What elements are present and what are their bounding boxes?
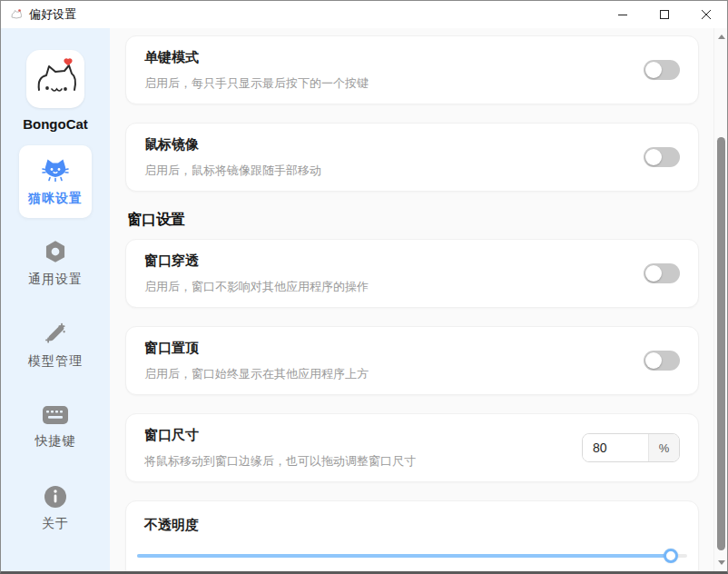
toggle-knob (645, 62, 662, 78)
triangle-down-icon (718, 560, 725, 565)
sidebar-item-about[interactable]: 关于 (19, 472, 92, 545)
window-click-through-toggle[interactable] (644, 263, 680, 283)
app-cat-icon (9, 7, 24, 22)
setting-description: 启用后，鼠标将镜像跟随手部移动 (144, 163, 629, 179)
opacity-slider-handle[interactable] (664, 549, 678, 563)
sidebar-item-general-settings[interactable]: 通用设置 (19, 227, 92, 300)
sidebar-item-cat-settings[interactable]: 猫咪设置 (19, 145, 92, 218)
setting-title: 鼠标镜像 (144, 135, 629, 153)
setting-card-window-click-through: 窗口穿透 启用后，窗口不影响对其他应用程序的操作 (125, 239, 699, 308)
window-size-input-group: % (582, 433, 680, 462)
opacity-slider-fill (137, 554, 671, 558)
info-icon (44, 485, 67, 509)
triangle-up-icon (718, 35, 725, 39)
gear-icon (43, 239, 68, 264)
bongocat-logo-icon (32, 55, 79, 103)
section-title-window-settings: 窗口设置 (127, 210, 699, 230)
sidebar-item-label: 模型管理 (28, 353, 83, 370)
scroll-down-arrow[interactable] (714, 556, 728, 569)
single-key-mode-toggle[interactable] (644, 60, 680, 80)
setting-card-opacity: 不透明度 (125, 500, 699, 571)
setting-card-window-size: 窗口尺寸 将鼠标移动到窗口边缘后，也可以拖动调整窗口尺寸 % (125, 413, 699, 482)
sidebar-item-model-management[interactable]: 模型管理 (19, 309, 92, 381)
setting-description: 启用后，窗口始终显示在其他应用程序上方 (144, 366, 629, 382)
setting-title: 窗口穿透 (144, 252, 629, 270)
setting-title: 单键模式 (144, 48, 629, 66)
toggle-knob (645, 265, 662, 282)
sidebar-item-label: 通用设置 (28, 272, 83, 288)
setting-title: 窗口置顶 (144, 339, 629, 357)
sidebar-item-label: 猫咪设置 (28, 191, 83, 207)
keyboard-icon (42, 404, 69, 426)
opacity-slider[interactable] (137, 549, 687, 563)
setting-description: 启用后，每只手只显示最后按下的一个按键 (144, 75, 629, 92)
sidebar-nav: 猫咪设置 通用设置 模型管理 (1, 145, 110, 554)
preferences-window: 偏好设置 BongoCat (0, 0, 728, 574)
vertical-scrollbar[interactable] (713, 28, 727, 571)
sidebar: BongoCat 猫咪设置 (1, 28, 110, 571)
cat-icon (41, 156, 70, 183)
setting-title: 不透明度 (144, 516, 680, 534)
maximize-button[interactable] (644, 1, 685, 28)
maximize-icon (660, 10, 669, 19)
setting-description: 将鼠标移动到窗口边缘后，也可以拖动调整窗口尺寸 (144, 453, 567, 470)
sidebar-item-shortcuts[interactable]: 快捷键 (19, 391, 92, 463)
window-always-on-top-toggle[interactable] (644, 351, 680, 371)
setting-card-mouse-mirror: 鼠标镜像 启用后，鼠标将镜像跟随手部移动 (125, 123, 699, 192)
settings-panel: 单键模式 启用后，每只手只显示最后按下的一个按键 鼠标镜像 启用后，鼠标将镜像跟… (110, 28, 727, 571)
toggle-knob (645, 352, 662, 369)
close-button[interactable] (685, 1, 727, 28)
mouse-mirror-toggle[interactable] (644, 147, 680, 167)
close-icon (702, 10, 711, 19)
scroll-up-arrow[interactable] (714, 30, 728, 44)
wand-icon (43, 321, 68, 346)
titlebar: 偏好设置 (1, 1, 727, 28)
setting-card-single-key-mode: 单键模式 启用后，每只手只显示最后按下的一个按键 (125, 35, 699, 104)
sidebar-item-label: 快捷键 (35, 433, 76, 450)
minimize-button[interactable] (602, 1, 644, 28)
setting-card-window-always-on-top: 窗口置顶 启用后，窗口始终显示在其他应用程序上方 (125, 326, 699, 395)
setting-description: 启用后，窗口不影响对其他应用程序的操作 (144, 279, 629, 295)
window-size-input[interactable] (583, 434, 648, 461)
window-title: 偏好设置 (29, 6, 76, 23)
window-size-unit: % (648, 434, 679, 461)
minimize-icon (618, 10, 627, 19)
app-name: BongoCat (23, 116, 88, 132)
scrollbar-thumb[interactable] (717, 137, 725, 550)
bongocat-logo (26, 50, 84, 108)
sidebar-item-label: 关于 (42, 516, 69, 532)
toggle-knob (645, 149, 662, 165)
setting-title: 窗口尺寸 (144, 426, 567, 444)
